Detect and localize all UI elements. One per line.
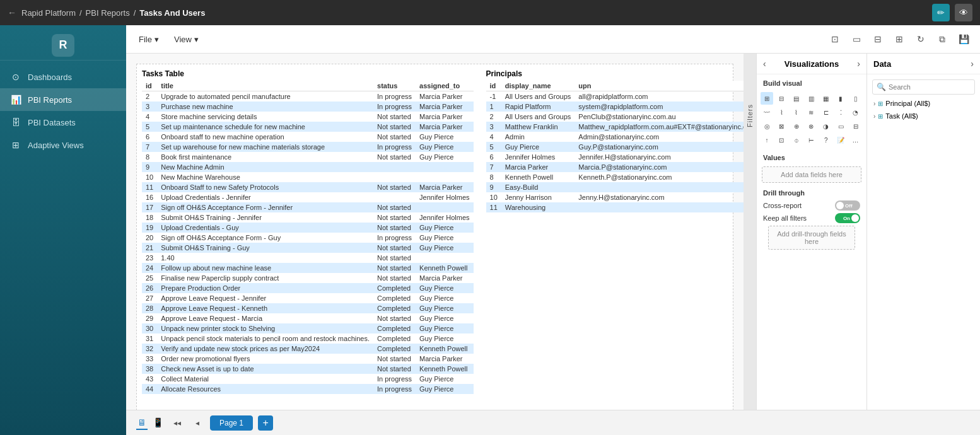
viz-icon-clustered-bar[interactable]: ▥ bbox=[805, 92, 817, 105]
dashboards-icon: ⊙ bbox=[10, 72, 21, 82]
table-row: 5 Guy Pierce Guy.P@stationaryinc.com bbox=[486, 142, 744, 152]
task-id: 23 bbox=[142, 253, 157, 263]
task-assigned: Marcia Parker bbox=[416, 91, 473, 102]
save-button[interactable]: 💾 bbox=[955, 30, 972, 48]
viz-icon-more[interactable]: … bbox=[849, 134, 862, 146]
search-input[interactable] bbox=[889, 83, 971, 91]
view-toggle[interactable]: ⊞ bbox=[890, 30, 908, 48]
viz-icon-gauge[interactable]: ◑ bbox=[820, 120, 832, 132]
add-page-btn[interactable]: + bbox=[258, 415, 273, 431]
principal-id: 1 bbox=[486, 102, 501, 112]
viz-icon-map[interactable]: ⊕ bbox=[790, 120, 803, 132]
principal-display: Jenny Harrison bbox=[501, 192, 575, 202]
task-status: Completed bbox=[373, 293, 416, 303]
task-status: Completed bbox=[373, 303, 416, 313]
task-id: 24 bbox=[142, 263, 157, 273]
principal-display: Matthew Franklin bbox=[501, 122, 575, 132]
task-id: 28 bbox=[142, 303, 157, 313]
viz-right-arrow[interactable]: › bbox=[857, 59, 860, 69]
viz-icon-donut[interactable]: ◎ bbox=[761, 120, 773, 132]
first-page-btn[interactable]: ◂◂ bbox=[170, 415, 185, 431]
undo-button[interactable]: ⧉ bbox=[933, 30, 951, 48]
sidebar: R ⊙ Dashboards 📊 PBI Reports 🗄 PBI Datas… bbox=[0, 25, 126, 435]
add-drill-fields[interactable]: Add drill-through fields here bbox=[768, 226, 855, 250]
breadcrumb-rapid[interactable]: Rapid Platform bbox=[21, 8, 76, 18]
viz-icon-ribbon[interactable]: ≋ bbox=[805, 106, 817, 119]
data-tree-task[interactable]: › ⊞ Task (All$) bbox=[867, 110, 980, 122]
viz-icon-line[interactable]: 〰 bbox=[761, 106, 773, 119]
viz-icon-scatter[interactable]: ⁚ bbox=[834, 106, 847, 119]
desktop-view-icon[interactable]: 🖥 bbox=[136, 416, 148, 430]
viz-icon-area[interactable]: ⌇ bbox=[775, 106, 788, 119]
mobile-view-icon[interactable]: 📱 bbox=[151, 416, 165, 430]
task-id: 16 bbox=[142, 192, 157, 202]
data-tree-principal[interactable]: › ⊞ Principal (All$) bbox=[867, 97, 980, 110]
keep-filters-toggle[interactable]: On bbox=[835, 213, 860, 223]
viz-icon-waterfall[interactable]: ⊏ bbox=[820, 106, 832, 119]
data-search-box[interactable]: 🔍 bbox=[872, 79, 975, 95]
tables-wrapper: Tasks Table id title status assigned_to bbox=[142, 69, 728, 394]
task-status: Completed bbox=[373, 344, 416, 354]
viz-icon-card[interactable]: ▭ bbox=[834, 120, 847, 132]
table-row: 5 Set up maintenance schedule for new ma… bbox=[142, 122, 474, 132]
task-title: Unpack pencil stock materials to pencil … bbox=[157, 334, 373, 344]
viz-icon-colbar[interactable]: ▮ bbox=[834, 92, 847, 105]
task-assigned: Kenneth Powell bbox=[416, 263, 473, 273]
back-button[interactable]: ← bbox=[8, 8, 16, 18]
task-id: 9 bbox=[142, 162, 157, 172]
principal-display: Easy-Build bbox=[501, 182, 575, 192]
viz-icon-line-area[interactable]: ⌇ bbox=[790, 106, 803, 119]
view-button[interactable]: 👁 bbox=[955, 4, 972, 21]
fit-width-button[interactable]: ▭ bbox=[848, 30, 865, 48]
task-status: Not started bbox=[373, 182, 416, 192]
task-title: Submit OH&S Training - Guy bbox=[157, 243, 373, 253]
view-menu[interactable]: View ▾ bbox=[169, 32, 204, 47]
task-title: Sign off OH&S Acceptance Form - Guy bbox=[157, 233, 373, 243]
viz-icon-decomp[interactable]: ⊢ bbox=[805, 134, 817, 146]
viz-icon-table[interactable]: ⊞ bbox=[761, 92, 773, 105]
fit-page-button[interactable]: ⊡ bbox=[826, 30, 844, 48]
viz-icon-slicer[interactable]: ⊡ bbox=[775, 134, 788, 146]
viz-icon-smart[interactable]: 📝 bbox=[834, 134, 847, 146]
filters-panel[interactable]: Filters bbox=[744, 54, 756, 410]
task-assigned: Marcia Parker bbox=[416, 112, 473, 122]
sidebar-item-adaptive-views[interactable]: ⊞ Adaptive Views bbox=[0, 134, 126, 156]
task-assigned: Guy Pierce bbox=[416, 142, 473, 152]
table-row: 6 Onboard staff to new machine operation… bbox=[142, 132, 474, 142]
sidebar-item-pbi-reports[interactable]: 📊 PBI Reports bbox=[0, 88, 126, 111]
task-title: Follow up about new machine lease bbox=[157, 263, 373, 273]
principal-upn bbox=[575, 202, 744, 212]
viz-icon-kpi[interactable]: ↑ bbox=[761, 134, 773, 146]
breadcrumb-pbi[interactable]: PBI Reports bbox=[86, 8, 130, 18]
viz-icons-grid: ⊞ ⊟ ▤ ▥ ▦ ▮ ▯ 〰 ⌇ ⌇ ≋ ⊏ ⁚ ◔ ◎ bbox=[757, 90, 866, 149]
add-data-fields[interactable]: Add data fields here bbox=[762, 166, 861, 183]
table-row: 10 New Machine Warehouse bbox=[142, 172, 474, 182]
viz-icon-qa[interactable]: ? bbox=[820, 134, 832, 146]
sidebar-item-pbi-datasets[interactable]: 🗄 PBI Datasets bbox=[0, 111, 126, 134]
viz-icon-filled-map[interactable]: ⊗ bbox=[805, 120, 817, 132]
page-1-tab[interactable]: Page 1 bbox=[210, 415, 253, 431]
task-id: 26 bbox=[142, 283, 157, 293]
file-menu[interactable]: File ▾ bbox=[134, 32, 164, 47]
viz-icon-clustered-col[interactable]: ▯ bbox=[849, 92, 862, 105]
viz-icon-bar[interactable]: ▤ bbox=[790, 92, 803, 105]
cross-report-toggle[interactable]: Off bbox=[835, 200, 860, 211]
sidebar-item-dashboards[interactable]: ⊙ Dashboards bbox=[0, 66, 126, 88]
task-assigned: Guy Pierce bbox=[416, 334, 473, 344]
viz-icon-treemap[interactable]: ⊠ bbox=[775, 120, 788, 132]
data-panel-arrow[interactable]: › bbox=[971, 59, 974, 69]
viz-icon-multirow-card[interactable]: ⊟ bbox=[849, 120, 862, 132]
viz-icon-funnel[interactable]: ⌽ bbox=[790, 134, 803, 146]
table-row: 3 Matthew Franklin Matthew_rapidplatform… bbox=[486, 122, 744, 132]
refresh-button[interactable]: ↻ bbox=[912, 30, 930, 48]
task-title: Set up warehouse for new machine materia… bbox=[157, 142, 373, 152]
viz-icon-pie[interactable]: ◔ bbox=[849, 106, 862, 119]
display-button[interactable]: ⊟ bbox=[869, 30, 887, 48]
viz-icon-100bar[interactable]: ▦ bbox=[820, 92, 832, 105]
viz-left-arrow[interactable]: ‹ bbox=[763, 59, 766, 69]
edit-button[interactable]: ✏ bbox=[932, 4, 950, 21]
prev-page-btn[interactable]: ◂ bbox=[190, 415, 205, 431]
viz-icon-matrix[interactable]: ⊟ bbox=[775, 92, 788, 105]
task-assigned bbox=[416, 172, 473, 182]
tasks-table-title: Tasks Table bbox=[142, 69, 474, 78]
